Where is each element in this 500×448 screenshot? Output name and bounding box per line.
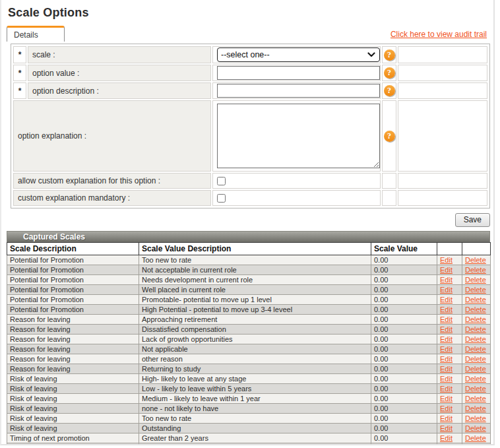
delete-link[interactable]: Delete [465,305,486,313]
edit-link[interactable]: Edit [440,296,453,304]
details-form-table: * scale : --select one-- ? * option valu… [12,45,489,207]
cell-scale-value: 0.00 [371,255,437,265]
table-row: Reason for leaving Dissatisfied compensa… [7,325,491,335]
col-edit [437,243,462,255]
edit-link[interactable]: Edit [440,375,453,383]
cell-delete: Delete [462,285,491,295]
cell-scale-value-description: Too new to rate [139,255,371,265]
cell-delete: Delete [462,384,491,394]
cell-delete: Delete [462,295,491,305]
help-icon[interactable]: ? [384,131,395,142]
cell-edit: Edit [437,364,462,374]
edit-link[interactable]: Edit [440,266,453,274]
cell-delete: Delete [462,394,491,404]
table-row: Risk of leaving Outstanding 0.00 Edit De… [7,424,491,433]
edit-link[interactable]: Edit [440,365,453,373]
form-row-allow-custom-explanation: allow custom explanation for this option… [13,173,487,189]
cell-delete: Delete [462,433,491,443]
scale-select[interactable]: --select one-- [217,48,380,62]
cell-scale-value: 0.00 [371,305,437,315]
cell-scale-value: 0.00 [371,344,437,354]
page-container: Scale Options Details Click here to view… [0,0,495,445]
delete-link[interactable]: Delete [465,296,486,304]
delete-link[interactable]: Delete [465,256,486,264]
page-title: Scale Options [1,0,493,20]
delete-link[interactable]: Delete [465,335,486,343]
allow-custom-explanation-checkbox[interactable] [217,177,226,185]
cell-scale-value-description: Too new to rate [139,414,371,424]
tab-details[interactable]: Details [7,26,65,42]
table-row: Potential for Promotion Promotable- pote… [7,295,491,305]
table-row: Potential for Promotion Well placed in c… [7,285,491,295]
edit-link[interactable]: Edit [440,325,453,333]
cell-scale-description: Risk of leaving [7,414,139,424]
delete-link[interactable]: Delete [465,404,486,412]
delete-link[interactable]: Delete [465,434,486,442]
spacer-cell [398,190,487,206]
cell-scale-value: 0.00 [371,265,437,275]
edit-link[interactable]: Edit [440,315,453,323]
edit-link[interactable]: Edit [440,414,453,422]
edit-link[interactable]: Edit [440,434,453,442]
option-value-input[interactable] [217,66,380,80]
delete-link[interactable]: Delete [465,365,486,373]
delete-link[interactable]: Delete [465,345,486,353]
edit-link[interactable]: Edit [440,424,453,432]
delete-link[interactable]: Delete [465,385,486,393]
cell-scale-value-description: Greater than 2 years [139,433,371,443]
edit-link[interactable]: Edit [440,305,453,313]
delete-link[interactable]: Delete [465,395,486,402]
edit-link[interactable]: Edit [440,385,453,393]
edit-link[interactable]: Edit [440,345,453,353]
delete-link[interactable]: Delete [465,375,486,383]
captured-scales-header-bar: Captured Scales [7,231,490,242]
delete-link[interactable]: Delete [465,414,486,422]
delete-link[interactable]: Delete [465,266,486,274]
cell-scale-value-description: Not acceptable in current role [139,265,371,275]
option-explanation-textarea[interactable] [217,104,380,168]
cell-edit: Edit [437,285,462,295]
cell-edit: Edit [437,433,462,443]
delete-link[interactable]: Delete [465,355,486,363]
cell-edit: Edit [437,265,462,275]
cell-scale-value: 0.00 [371,433,437,443]
table-row: Reason for leaving Lack of growth opport… [7,335,491,344]
edit-link[interactable]: Edit [440,286,453,294]
help-icon[interactable]: ? [384,67,395,79]
table-row: Risk of leaving Medium - likely to leave… [7,394,491,404]
cell-scale-description: Reason for leaving [7,344,139,354]
cell-delete: Delete [462,315,491,325]
cell-edit: Edit [437,344,462,354]
edit-link[interactable]: Edit [440,395,453,402]
custom-explanation-mandatory-checkbox[interactable] [217,194,226,203]
audit-trail-link[interactable]: Click here to view audit trail [391,30,487,39]
option-description-label: option description : [28,82,211,99]
save-button[interactable]: Save [455,213,490,227]
help-icon[interactable]: ? [384,85,395,96]
delete-link[interactable]: Delete [465,444,486,445]
cell-scale-value-description: High- likely to leave at any stage [139,374,371,384]
cell-scale-value: 0.00 [371,335,437,344]
delete-link[interactable]: Delete [465,325,486,333]
edit-link[interactable]: Edit [440,444,453,445]
edit-link[interactable]: Edit [440,355,453,363]
edit-link[interactable]: Edit [440,276,453,284]
delete-link[interactable]: Delete [465,286,486,294]
delete-link[interactable]: Delete [465,276,486,284]
delete-link[interactable]: Delete [465,315,486,323]
cell-scale-description: Reason for leaving [7,364,139,374]
cell-scale-value: 0.00 [371,394,437,404]
edit-link[interactable]: Edit [440,335,453,343]
help-icon[interactable]: ? [384,49,395,61]
option-description-input[interactable] [217,84,380,98]
cell-scale-description: Risk of leaving [7,424,139,433]
cell-delete: Delete [462,404,491,414]
delete-link[interactable]: Delete [465,424,486,432]
cell-scale-value-description: Not applicable [139,344,371,354]
edit-link[interactable]: Edit [440,256,453,264]
cell-scale-description: Potential for Promotion [7,275,139,285]
edit-link[interactable]: Edit [440,404,453,412]
table-row: Potential for Promotion Needs developmen… [7,275,491,285]
cell-delete: Delete [462,443,491,446]
cell-scale-value-description: Low - likely to leave within 5 years [139,384,371,394]
